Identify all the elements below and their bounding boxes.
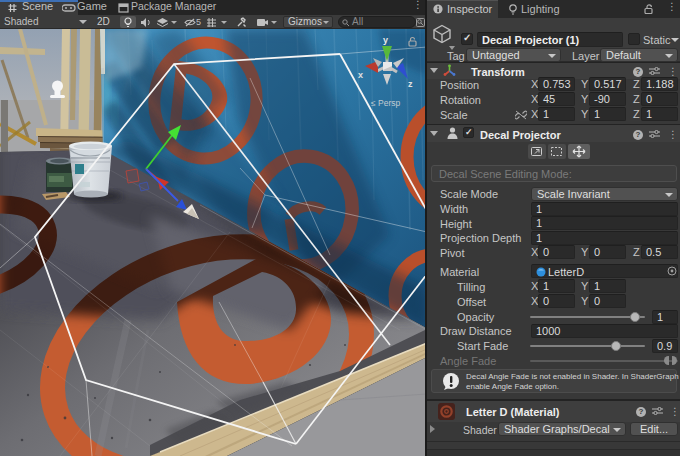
svg-text:y: y (383, 35, 388, 45)
svg-text:x: x (358, 70, 363, 80)
svg-text:≤ Persp: ≤ Persp (371, 98, 401, 108)
svg-text:z: z (408, 79, 413, 89)
